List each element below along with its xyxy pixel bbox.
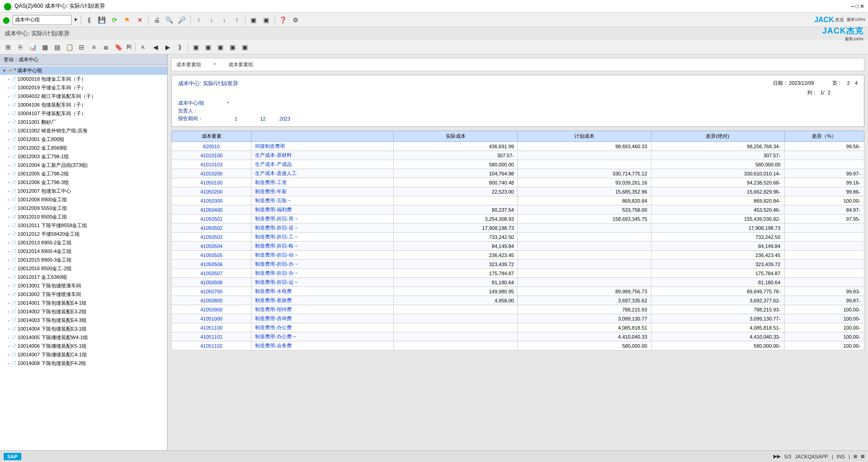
print-btn[interactable]: 🖨	[151, 15, 162, 25]
table-row[interactable]: 41050507 制造费用-折旧-办→ 175,784.87 175,784.8…	[172, 269, 864, 278]
nav-prev[interactable]: ◀	[150, 42, 161, 53]
table-row[interactable]: 41050502 制造费用-折旧-设→ 17,908,198.73 17,908…	[172, 224, 864, 233]
table-row[interactable]: 41050501 制造费用-折旧-房→ 3,254,308.93 158,693…	[172, 214, 864, 224]
tree-item-10012005[interactable]: • 📄 10012005 金工798-2组	[0, 170, 167, 178]
tree-item-10014003[interactable]: • 📄 10014003 下陈包缝装配E4-3组	[0, 316, 167, 325]
tree-item-10013001[interactable]: • 📄 10013001 下陈包缝喷漆车间	[0, 282, 167, 290]
tree-item-10012001[interactable]: • 📄 10012001 金工800组	[0, 135, 167, 144]
tree-item-10012008[interactable]: • 📄 10012008 8900金工组	[0, 195, 167, 204]
right-btn[interactable]: ↑	[231, 15, 242, 25]
tree-item-10012012[interactable]: • 📄 10012012 平缝58420金工组	[0, 230, 167, 238]
tb2-btn13[interactable]: ▣	[227, 42, 238, 53]
tree-item-10011001[interactable]: • 📄 10011001 翻砂厂	[0, 118, 167, 126]
tree-item-10012014[interactable]: • 📄 10012014 8900-4金工组	[0, 247, 167, 256]
table-row[interactable]: 41050100 制造费用-工资 800,740.48 93,039,261.1…	[172, 178, 864, 187]
enter-btn[interactable]: ⟳	[109, 15, 120, 25]
tree-item-10014005[interactable]: • 📄 10014005 下陈绷缝装配W4-1组	[0, 333, 167, 342]
help-btn[interactable]: ❓	[278, 15, 289, 25]
table-row[interactable]: 41051102 制造费用-会务费 580,000.00 580,000.00-…	[172, 341, 864, 350]
table-row[interactable]: 41010200 生产成本-直接人工 104,764.98 330,714,77…	[172, 169, 864, 178]
nav-next[interactable]: ▶	[162, 42, 173, 53]
tb2-btn8[interactable]: ≡	[88, 42, 99, 53]
tree-item-10012010[interactable]: • 📄 10012010 8500金工组	[0, 213, 167, 221]
tb2-btn6[interactable]: 📋	[64, 42, 75, 53]
view2-btn[interactable]: ▣	[261, 15, 272, 25]
nav-first[interactable]: K	[138, 42, 149, 53]
up-btn[interactable]: ↑	[193, 15, 204, 25]
table-row[interactable]: 41050506 制造费用-折旧-办→ 323,439.72 323,439.7…	[172, 260, 864, 269]
settings-btn[interactable]: ⚙	[290, 15, 301, 25]
tree-item-10014006[interactable]: • 📄 10014006 下陈绷缝装配K5-1组	[0, 342, 167, 350]
tree-item-10004107[interactable]: • 📄 10004107 平缝装配车间（子）	[0, 109, 167, 118]
tree-item-10004032[interactable]: • 📄 10004032 根江平缝装配车间（子）	[0, 92, 167, 101]
find2-btn[interactable]: 🔎	[177, 15, 188, 25]
back-btn[interactable]: ⟪	[84, 15, 95, 25]
tb2-btn4[interactable]: ▦	[39, 42, 50, 53]
table-row[interactable]: 41050400 制造费用-福利费 80,237.54 533,758.00 4…	[172, 205, 864, 214]
tree-item-root[interactable]: ▼ ★ * 成本中心组	[0, 66, 167, 75]
tree-item-10011002[interactable]: • 📄 10011002 铸造外销生产组-滨海	[0, 126, 167, 135]
minimize-btn[interactable]: ─	[851, 3, 855, 10]
status-btn1[interactable]: ⊞	[854, 454, 857, 459]
tree-item-10013002[interactable]: • 📄 10013002 下陈平缝喷漆车间	[0, 290, 167, 299]
tree-item-10012015[interactable]: • 📄 10012015 8900-3金工组	[0, 256, 167, 264]
close-btn[interactable]: ✕	[860, 3, 864, 10]
table-row[interactable]: 41050503 制造费用-折旧-工→ 733,242.50 733,242.5…	[172, 233, 864, 242]
stop-btn[interactable]: ✕	[135, 15, 145, 25]
tb2-btn12[interactable]: ▣	[215, 42, 226, 53]
tree-item-10012004[interactable]: • 📄 10012004 金工新产品组(373组)	[0, 161, 167, 170]
table-row[interactable]: 41050900 制造费用-招待费 788,215.93 788,215.93-…	[172, 305, 864, 314]
tb2-btn7[interactable]: ⊟	[76, 42, 87, 53]
table-row[interactable]: 41050504 制造费用-折旧-检→ 84,149.84 84,149.84	[172, 242, 864, 251]
tree-item-10012003[interactable]: • 📄 10012003 金工798-1组	[0, 152, 167, 161]
table-row[interactable]: 41050200 制造费用-年薪 22,523.00 15,685,352.96…	[172, 187, 864, 196]
tree-item-10014002[interactable]: • 📄 10014002 下陈包缝装配E3-2组	[0, 307, 167, 316]
nav-combo[interactable]	[13, 15, 72, 25]
tb2-btn10[interactable]: ▣	[190, 42, 201, 53]
tb2-btn1[interactable]: ⊞	[3, 42, 14, 53]
tb2-btn9[interactable]: ≣	[101, 42, 111, 53]
tree-item-10012017[interactable]: • 📄 10012017 金工6380组	[0, 273, 167, 282]
table-row[interactable]: 41051100 制造费用-办公费 4,085,818.51 4,085,818…	[172, 323, 864, 332]
tree-item-10014004[interactable]: • 📄 10014004 下陈包缝装配E3-1组	[0, 325, 167, 333]
tree-item-10012011[interactable]: • 📄 10012011 下陈平缝8558金工组	[0, 221, 167, 230]
save-btn[interactable]: 💾	[96, 15, 107, 25]
view-btn[interactable]: ▣	[248, 15, 259, 25]
find-btn[interactable]: 🔍	[164, 15, 175, 25]
tb2-btn11[interactable]: ▣	[203, 42, 213, 53]
left-btn[interactable]: ↓	[219, 15, 230, 25]
table-row[interactable]: 41050300 制造费用-五险→ 869,820.84 869,820.84-…	[172, 196, 864, 205]
table-row[interactable]: 41050505 制造费用-折旧-动→ 236,423.45 236,423.4…	[172, 251, 864, 260]
tree-item-10014001[interactable]: • 📄 10014001 下陈包缝装配E4-1组	[0, 299, 167, 307]
table-row[interactable]: 41010103 生产成本-产成品 580,000.00 580,000.00	[172, 160, 864, 169]
table-row[interactable]: 820010 间接制造费用 436,691.99 98,693,460.33 9…	[172, 142, 864, 151]
tree-item-10012016[interactable]: • 📄 10012016 8500金工-2组	[0, 264, 167, 273]
tb2-btn2[interactable]: ⎘	[15, 42, 26, 53]
status-btn2[interactable]: ⊠	[861, 454, 864, 459]
tb2-btn3[interactable]: 📊	[27, 42, 38, 53]
tree-item-10012002[interactable]: • 📄 10012002 金工8568组	[0, 144, 167, 152]
table-row[interactable]: 41050700 制造费用-水电费 149,980.95 89,999,756.…	[172, 287, 864, 296]
hold-btn[interactable]: ⚑	[122, 15, 133, 25]
table-row[interactable]: 41010100 生产成本-原材料 307.57- 307.57-	[172, 151, 864, 160]
maximize-btn[interactable]: □	[856, 3, 859, 10]
table-row[interactable]: 41050508 制造费用-折旧-运→ 81,180.64 81,180.64	[172, 278, 864, 287]
tb2-btn5[interactable]: ▤	[52, 42, 63, 53]
tree-item-10004106[interactable]: • 📄 10004106 包缝装配车间（子）	[0, 101, 167, 109]
tb2-bookmark[interactable]: 🔖	[113, 42, 124, 53]
tree-item-10012009[interactable]: • 📄 10012009 5550金工组	[0, 204, 167, 213]
table-row[interactable]: 41050800 制造费用-差旅费 4,958.00 3,697,335.62 …	[172, 296, 864, 305]
tree-item-10002019[interactable]: • 📄 10002019 平缝金工车间（子）	[0, 83, 167, 92]
tree-item-10002018[interactable]: • 📄 10002018 包缝金工车间（子）	[0, 75, 167, 83]
tb2-btn14[interactable]: ▣	[239, 42, 250, 53]
tree-item-10012006[interactable]: • 📄 10012006 金工798-3组	[0, 178, 167, 187]
table-row[interactable]: 41051101 制造费用-办公费→ 4,410,040.33 4,410,04…	[172, 332, 864, 341]
sidebar-tree[interactable]: ▼ ★ * 成本中心组 • 📄 10002018 包缝金工车间（子） • 📄 1…	[0, 65, 167, 450]
tree-item-10014008[interactable]: • 📄 10014008 下陈包缝装配F4-2组	[0, 359, 167, 368]
nav-last[interactable]: ⟫	[174, 42, 185, 53]
table-row[interactable]: 41051000 制造费用-咨询费 3,099,130.77 3,099,130…	[172, 314, 864, 323]
combo-arrow[interactable]: ▼	[73, 17, 78, 22]
tree-item-10012007[interactable]: • 📄 10012007 包缝加工中心	[0, 187, 167, 195]
down-btn[interactable]: ↓	[206, 15, 217, 25]
tree-item-10014007[interactable]: • 📄 10014007 下陈绷缝装配C4-1组	[0, 350, 167, 359]
